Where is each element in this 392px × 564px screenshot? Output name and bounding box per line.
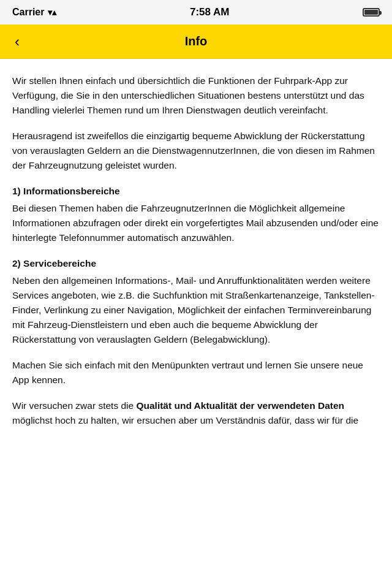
back-chevron-icon: ‹ (15, 33, 20, 50)
carrier-label: Carrier (12, 7, 44, 18)
right-status-icons (363, 8, 380, 17)
paragraph-1-text: Wir stellen Ihnen einfach und übersichtl… (12, 75, 364, 115)
status-time: 7:58 AM (190, 6, 230, 18)
paragraph-6-before: Wir versuchen zwar stets die (12, 400, 136, 411)
paragraph-3-text: Bei diesen Themen haben die Fahrzeugnutz… (12, 203, 379, 243)
wifi-icon: ▾▴ (48, 7, 56, 17)
paragraph-3-heading: 1) Informationsbereiche (12, 184, 380, 199)
carrier-signal: Carrier ▾▴ (12, 7, 56, 18)
back-button[interactable]: ‹ (10, 28, 24, 55)
paragraph-4-text: Neben den allgemeinen Informations-, Mai… (12, 275, 375, 345)
nav-title: Info (185, 34, 208, 48)
paragraph-2-text: Herausragend ist zweifellos die einzigar… (12, 131, 375, 170)
paragraph-5-text: Machen Sie sich einfach mit den Menüpunk… (12, 360, 363, 385)
status-bar: Carrier ▾▴ 7:58 AM (0, 0, 392, 25)
paragraph-2: Herausragend ist zweifellos die einzigar… (12, 129, 380, 173)
paragraph-4: 2) Servicebereiche Neben den allgemeinen… (12, 256, 380, 347)
content-area: Wir stellen Ihnen einfach und übersichtl… (0, 59, 392, 564)
battery-icon (363, 8, 380, 17)
paragraph-3: 1) Informationsbereiche Bei diesen Theme… (12, 184, 380, 245)
paragraph-5: Machen Sie sich einfach mit den Menüpunk… (12, 358, 380, 387)
nav-bar: ‹ Info (0, 25, 392, 59)
paragraph-1: Wir stellen Ihnen einfach und übersichtl… (12, 74, 380, 118)
paragraph-6: Wir versuchen zwar stets die Qualität un… (12, 398, 380, 428)
paragraph-4-heading: 2) Servicebereiche (12, 256, 380, 271)
paragraph-6-after: möglichst hoch zu halten, wir ersuchen a… (12, 415, 358, 425)
paragraph-6-bold: Qualität und Aktualität der verwendeten … (136, 400, 344, 411)
